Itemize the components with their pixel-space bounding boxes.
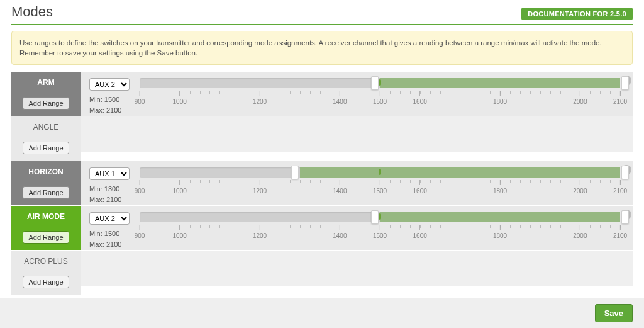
tick-label: 1000 bbox=[173, 225, 187, 239]
mode-name-cell: HORIZONAdd Range bbox=[11, 161, 80, 205]
tick-label: 1600 bbox=[413, 225, 427, 239]
add-range-button[interactable]: Add Range bbox=[23, 97, 69, 110]
tick-label: 1800 bbox=[493, 180, 507, 195]
documentation-button[interactable]: DOCUMENTATION FOR 2.5.0 bbox=[521, 8, 633, 20]
tick-label: 2000 bbox=[573, 91, 587, 105]
mode-name-cell: ARMAdd Range bbox=[11, 72, 80, 116]
slider-track[interactable] bbox=[140, 78, 620, 88]
slider-handle-min[interactable] bbox=[291, 166, 299, 179]
tick-label: 2000 bbox=[573, 180, 587, 195]
range-panel: ×AUX 1Min: 1300Max: 21009001000120014001… bbox=[80, 161, 633, 205]
save-button[interactable]: Save bbox=[595, 304, 633, 322]
mode-label: ACRO PLUS bbox=[24, 257, 67, 266]
channel-pointer bbox=[379, 79, 381, 86]
tick-label: 900 bbox=[135, 91, 145, 105]
tick-label: 1000 bbox=[173, 91, 187, 105]
tick-label: 1600 bbox=[413, 91, 427, 105]
slider-fill bbox=[300, 167, 620, 178]
channel-pointer bbox=[379, 213, 381, 220]
tick-axis: 90010001200140015001600180020002100 bbox=[140, 180, 620, 201]
tick-label: 1400 bbox=[333, 225, 347, 239]
info-banner: Use ranges to define the switches on you… bbox=[11, 31, 633, 65]
channel-pointer bbox=[379, 169, 381, 175]
slider-fill bbox=[380, 78, 620, 88]
minmax-display: Min: 1500Max: 2100 bbox=[89, 229, 133, 249]
tick-label: 1600 bbox=[413, 180, 427, 195]
slider-handle-min[interactable] bbox=[371, 76, 379, 90]
tick-axis: 90010001200140015001600180020002100 bbox=[140, 225, 620, 246]
mode-name-cell: ANGLEAdd Range bbox=[11, 116, 80, 161]
tick-label: 2100 bbox=[613, 225, 627, 239]
slider-track[interactable] bbox=[140, 167, 620, 178]
add-range-button[interactable]: Add Range bbox=[23, 276, 69, 288]
tick-label: 1200 bbox=[253, 91, 267, 105]
tick-axis: 90010001200140015001600180020002100 bbox=[140, 91, 620, 112]
tick-label: 1500 bbox=[373, 225, 387, 239]
range-panel: ×AUX 2Min: 1500Max: 21009001000120014001… bbox=[80, 72, 633, 116]
tick-label: 1800 bbox=[493, 225, 507, 239]
range-panel bbox=[80, 116, 633, 152]
mode-label: AIR MODE bbox=[27, 212, 65, 221]
mode-row: AIR MODEAdd Range×AUX 2Min: 1500Max: 210… bbox=[11, 205, 633, 250]
add-range-button[interactable]: Add Range bbox=[23, 186, 69, 199]
tick-label: 1400 bbox=[333, 180, 347, 195]
mode-name-cell: AIR MODEAdd Range bbox=[11, 206, 80, 250]
tick-label: 2000 bbox=[573, 225, 587, 239]
mode-label: ANGLE bbox=[33, 123, 59, 132]
mode-row: ARMAdd Range×AUX 2Min: 1500Max: 21009001… bbox=[11, 71, 633, 116]
tick-label: 1500 bbox=[373, 91, 387, 105]
tick-label: 900 bbox=[135, 180, 145, 195]
footer: Save bbox=[0, 298, 644, 328]
slider-handle-max[interactable] bbox=[621, 166, 629, 179]
aux-select[interactable]: AUX 1 bbox=[89, 167, 130, 180]
page-title: Modes bbox=[11, 4, 53, 20]
minmax-display: Min: 1300Max: 2100 bbox=[89, 184, 133, 205]
slider-handle-max[interactable] bbox=[621, 210, 629, 224]
add-range-button[interactable]: Add Range bbox=[23, 231, 69, 244]
tick-label: 1400 bbox=[333, 91, 347, 105]
slider-handle-min[interactable] bbox=[371, 210, 379, 224]
tick-label: 1200 bbox=[253, 180, 267, 195]
tick-label: 2100 bbox=[613, 180, 627, 195]
minmax-display: Min: 1500Max: 2100 bbox=[89, 94, 133, 115]
aux-select[interactable]: AUX 2 bbox=[89, 212, 130, 225]
add-range-button[interactable]: Add Range bbox=[23, 142, 69, 154]
divider bbox=[11, 24, 633, 25]
tick-label: 1200 bbox=[253, 225, 267, 239]
mode-row: ACRO PLUSAdd Range bbox=[11, 250, 633, 295]
mode-row: HORIZONAdd Range×AUX 1Min: 1300Max: 2100… bbox=[11, 161, 633, 205]
slider-fill bbox=[380, 212, 620, 222]
mode-label: HORIZON bbox=[28, 167, 63, 176]
slider-track[interactable] bbox=[140, 212, 620, 222]
tick-label: 1000 bbox=[173, 180, 187, 195]
range-panel: ×AUX 2Min: 1500Max: 21009001000120014001… bbox=[80, 206, 633, 250]
tick-label: 1500 bbox=[373, 180, 387, 195]
tick-label: 2100 bbox=[613, 91, 627, 105]
tick-label: 900 bbox=[135, 225, 145, 239]
slider-handle-max[interactable] bbox=[621, 76, 629, 90]
mode-row: ANGLEAdd Range bbox=[11, 116, 633, 161]
mode-label: ARM bbox=[37, 78, 54, 87]
range-panel bbox=[80, 251, 633, 286]
tick-label: 1800 bbox=[493, 91, 507, 105]
mode-name-cell: ACRO PLUSAdd Range bbox=[11, 251, 80, 295]
aux-select[interactable]: AUX 2 bbox=[89, 78, 130, 91]
